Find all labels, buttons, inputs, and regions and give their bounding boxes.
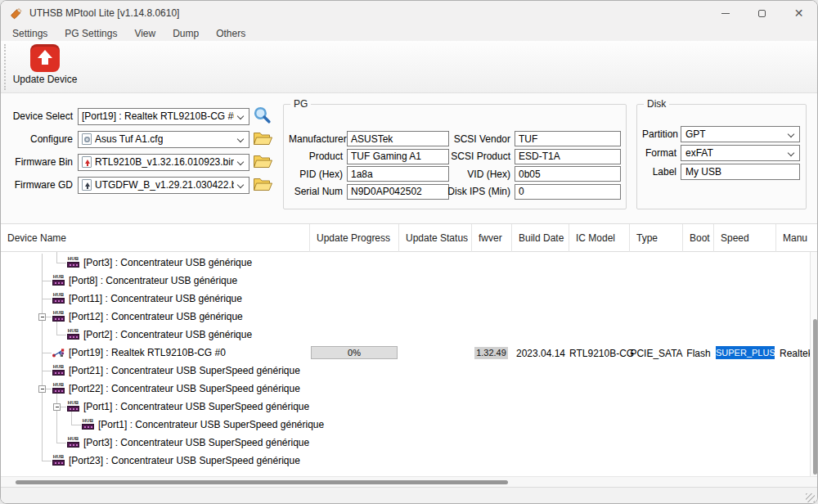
device-name-label: [Port2] : Concentrateur USB générique (83, 329, 252, 340)
menu-item-view[interactable]: View (128, 28, 162, 39)
tree-connector-line (42, 461, 52, 461)
field-label: Configure (1, 133, 73, 145)
pg-groupbox: PG ManufacturerASUSTekProductTUF Gaming … (283, 104, 627, 209)
collapse-expander-icon[interactable] (53, 403, 61, 411)
browse-folder-button[interactable] (253, 153, 274, 171)
combo-value: Asus Tuf A1.cfg (95, 133, 163, 145)
combo-configure[interactable]: Asus Tuf A1.cfg (78, 131, 249, 148)
column-header-boot[interactable]: Boot (683, 224, 714, 252)
field-label: Product (289, 151, 343, 162)
menu-item-dump[interactable]: Dump (166, 28, 205, 39)
column-header-fwver[interactable]: fwver (472, 224, 512, 252)
tree-row-port3[interactable]: HUB[Port3] : Concentrateur USB générique (1, 254, 810, 272)
pg-input-vid-hex-[interactable]: 0b05 (515, 166, 621, 182)
pg-row-right-2: VID (Hex)0b05 (402, 166, 621, 182)
field-label: Serial Num (289, 186, 343, 197)
format-select[interactable]: exFAT (681, 145, 800, 161)
column-header-manu[interactable]: Manu (776, 224, 818, 252)
field-label: Format (642, 147, 676, 159)
column-header-type[interactable]: Type (630, 224, 683, 252)
column-header-update-progress[interactable]: Update Progress (310, 224, 399, 252)
chevron-down-icon (788, 150, 794, 156)
pg-row-right-0: SCSI VendorTUF (402, 131, 621, 146)
update-device-label: Update Device (7, 74, 83, 85)
pg-input-disk-ips-min-[interactable]: 0 (515, 184, 621, 200)
tree-row-port23[interactable]: HUB[Port23] : Concentrateur USB SuperSpe… (1, 452, 810, 470)
horizontal-scrollbar[interactable] (1, 476, 817, 487)
tree-row-port19[interactable]: [Port19] : Realtek RTL9210B-CG #00%1.32.… (1, 344, 810, 362)
update-progress-bar: 0% (311, 346, 398, 359)
resize-grip-icon[interactable] (806, 493, 815, 502)
usb-hub-icon: HUB (52, 364, 65, 377)
tree-row-port2[interactable]: HUB[Port2] : Concentrateur USB générique (1, 326, 810, 344)
disk-label-input[interactable]: My USB (681, 164, 800, 180)
tree-row-port11[interactable]: HUB[Port11] : Concentrateur USB génériqu… (1, 290, 810, 308)
device-name-label: [Port11] : Concentrateur USB générique (69, 293, 242, 304)
pg-row-right-3: Disk IPS (Min)0 (402, 184, 621, 200)
search-button[interactable] (253, 107, 274, 125)
tree-row-port3[interactable]: HUB[Port3] : Concentrateur USB SuperSpee… (1, 434, 810, 452)
toolbar: Update Device (1, 41, 817, 93)
device-name-label: [Port22] : Concentrateur USB SuperSpeed … (69, 383, 300, 394)
tree-row-port1[interactable]: HUB[Port1] : Concentrateur USB SuperSpee… (1, 398, 810, 416)
column-header-device-name[interactable]: Device Name (1, 224, 310, 252)
tree-row-port1[interactable]: HUB[Port1] : Concentrateur USB SuperSpee… (1, 416, 810, 434)
menu-item-others[interactable]: Others (209, 28, 252, 39)
combo-firmware-gd[interactable]: UTGDFW_B_v1.29.21.030422.bin (78, 177, 249, 194)
partition-select[interactable]: GPT (681, 126, 800, 142)
device-name-label: [Port1] : Concentrateur USB SuperSpeed g… (98, 419, 324, 430)
pg-input-scsi-vendor[interactable]: TUF (515, 131, 621, 146)
tree-row-port12[interactable]: HUB[Port12] : Concentrateur USB génériqu… (1, 308, 810, 326)
usb-hub-icon: HUB (52, 274, 65, 287)
usb-hub-icon: HUB (52, 382, 65, 395)
form-row-1: ConfigureAsus Tuf A1.cfg (1, 130, 274, 148)
combo-firmware-bin[interactable]: RTL9210B_v1.32.16.010923.bin (78, 154, 249, 171)
combo-value: UTGDFW_B_v1.29.21.030422.bin (95, 179, 234, 191)
menu-item-settings[interactable]: Settings (6, 28, 54, 39)
tree-row-port8[interactable]: HUB[Port8] : Concentrateur USB générique (1, 272, 810, 290)
tree-connector-line (42, 371, 52, 371)
tree-row-port21[interactable]: HUB[Port21] : Concentrateur USB SuperSpe… (1, 362, 810, 380)
pg-row-right-1: SCSI ProductESD-T1A (402, 149, 621, 164)
type-value: PCIE_SATA (630, 348, 683, 359)
toolbar-gripper[interactable] (4, 44, 6, 90)
tree-connector-line (56, 443, 66, 443)
browse-folder-button[interactable] (253, 130, 274, 148)
collapse-expander-icon[interactable] (38, 313, 46, 321)
column-header-speed[interactable]: Speed (714, 224, 776, 252)
collapse-expander-icon[interactable] (38, 385, 46, 393)
device-name-label: [Port12] : Concentrateur USB générique (69, 311, 243, 322)
gd-file-icon (82, 179, 92, 191)
maximize-button[interactable] (744, 1, 780, 25)
vertical-scrollbar-thumb[interactable] (813, 319, 817, 475)
usb-hub-icon: HUB (66, 400, 80, 413)
fwver-value: 1.32.49 (474, 347, 508, 359)
ic-model-value: RTL9210B-CG (569, 348, 630, 359)
device-name-label: [Port3] : Concentrateur USB SuperSpeed g… (83, 437, 309, 448)
browse-folder-button[interactable] (253, 176, 274, 194)
column-header-build-date[interactable]: Build Date (512, 224, 569, 252)
close-button[interactable]: ✕ (780, 1, 817, 25)
column-header-update-status[interactable]: Update Status (399, 224, 472, 252)
minimize-button[interactable] (707, 1, 744, 25)
disk-row-partition: PartitionGPT (642, 126, 800, 142)
pg-input-scsi-product[interactable]: ESD-T1A (515, 149, 621, 164)
update-device-button[interactable]: Update Device (7, 43, 83, 92)
usb-hub-icon: HUB (66, 256, 80, 269)
device-name-label: [Port21] : Concentrateur USB SuperSpeed … (69, 365, 300, 376)
speed-badge: SUPER_PLUS (716, 346, 775, 359)
tree-row-port22[interactable]: HUB[Port22] : Concentrateur USB SuperSpe… (1, 380, 810, 398)
column-header-ic-model[interactable]: IC Model (569, 224, 630, 252)
vertical-scrollbar[interactable] (810, 252, 818, 476)
app-window: UTHSB MPtool Lite [v1.14.8.0610] ✕ Setti… (0, 0, 818, 504)
tree-connector-line (56, 335, 66, 335)
usb-hub-icon: HUB (52, 292, 65, 305)
horizontal-scrollbar-thumb[interactable] (16, 480, 508, 484)
field-value: My USB (685, 166, 721, 178)
folder-icon (253, 153, 272, 172)
title-bar: UTHSB MPtool Lite [v1.14.8.0610] ✕ (1, 1, 817, 25)
menu-item-pg-settings[interactable]: PG Settings (58, 28, 124, 39)
device-name-label: [Port3] : Concentrateur USB générique (83, 257, 252, 268)
manufacturer-value: Realtek (780, 348, 810, 359)
combo-device-select[interactable]: [Port19] : Realtek RTL9210B-CG #0 (78, 108, 249, 125)
